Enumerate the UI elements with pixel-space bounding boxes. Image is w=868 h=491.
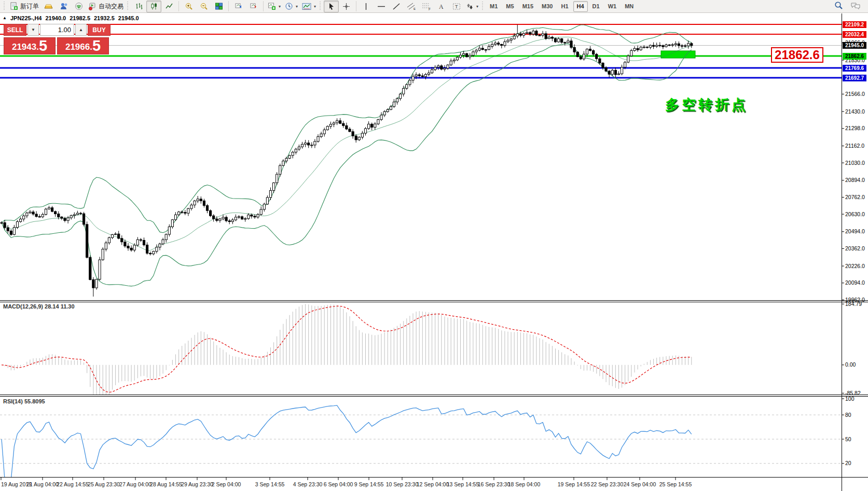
trendline-tool-button[interactable] [389, 1, 404, 12]
arrows-tool-button[interactable]: ▾ [464, 1, 480, 12]
gold-button[interactable] [41, 1, 56, 12]
timeframe-M15[interactable]: M15 [519, 1, 537, 12]
toolbar-grip[interactable] [4, 2, 6, 11]
cascade-windows-icon [250, 2, 258, 10]
mt4-window: { "toolbar": { "new_order_label": "新订单",… [0, 0, 868, 491]
channel-tool-button[interactable]: E [404, 1, 419, 12]
signal-button[interactable] [71, 1, 86, 12]
timeframe-W1[interactable]: W1 [604, 1, 621, 12]
crosshair-icon [342, 3, 350, 10]
volume-increase-button[interactable]: ▲ [75, 24, 87, 36]
text-label-icon: T [452, 3, 461, 10]
sell-button[interactable]: SELL [4, 24, 26, 36]
sell-price-dec: 5 [39, 39, 47, 53]
line-chart-icon [165, 2, 173, 10]
svg-text:A: A [439, 3, 444, 10]
buy-price-int: 21966 [65, 41, 90, 53]
volume-decrease-button[interactable]: ▼ [27, 24, 39, 36]
timeframe-H1[interactable]: H1 [557, 1, 572, 12]
sell-price-box[interactable]: 21943 . 5 [4, 37, 56, 54]
svg-text:F: F [429, 7, 431, 11]
sell-price-int: 21943 [12, 41, 36, 53]
indicators-caret: ▾ [279, 4, 281, 9]
svg-text:T: T [455, 4, 458, 9]
crosshair-tool-button[interactable] [339, 1, 354, 12]
candlestick-chart-button[interactable] [146, 1, 161, 12]
cursor-icon [327, 3, 335, 10]
text-icon: A [437, 3, 445, 10]
community-icon [60, 2, 68, 10]
cascade-windows-button[interactable] [246, 1, 261, 12]
autotrading-label: 自动交易 [99, 2, 123, 11]
line-chart-button[interactable] [161, 1, 176, 12]
templates-icon [302, 3, 311, 10]
signal-icon [75, 2, 83, 10]
timeframe-D1[interactable]: D1 [589, 1, 603, 12]
periods-button[interactable]: ▾ [283, 1, 300, 12]
horizontal-line-icon [377, 3, 385, 10]
toolbar-grip[interactable] [320, 2, 322, 11]
templates-button[interactable]: ▾ [300, 1, 318, 12]
community-button[interactable] [56, 1, 71, 12]
zoom-in-icon [185, 2, 193, 10]
tile-windows-button[interactable] [211, 1, 226, 12]
arrows-caret: ▾ [476, 4, 478, 9]
equidistant-channel-icon: E [407, 2, 416, 10]
zoom-out-button[interactable] [196, 1, 211, 12]
search-icon[interactable] [834, 1, 843, 10]
templates-caret: ▾ [314, 4, 316, 9]
zoom-out-icon [200, 2, 208, 10]
indicators-icon [268, 2, 276, 10]
gold-icon [44, 3, 53, 10]
toolbar-grip[interactable] [127, 2, 130, 11]
volume-input[interactable] [40, 24, 74, 36]
chart-canvas[interactable] [0, 0, 868, 491]
trendline-icon [392, 3, 401, 10]
highlight-zone-rect [661, 51, 695, 58]
bar-chart-icon [135, 2, 143, 10]
main-toolbar: 新订单 自动交易 ▾ ▾ [0, 0, 868, 13]
fibonacci-tool-button[interactable]: F [419, 1, 434, 12]
buy-price-dec: 5 [92, 39, 101, 53]
timeframe-M1[interactable]: M1 [486, 1, 501, 12]
cursor-tool-button[interactable] [324, 1, 339, 12]
vertical-line-icon [363, 3, 369, 10]
arrange-windows-icon [235, 2, 243, 10]
text-tool-button[interactable]: A [434, 1, 449, 12]
timeframe-group: M1M5M15M30H1H4D1W1MN [486, 1, 637, 12]
horizontal-line-tool-button[interactable] [374, 1, 389, 12]
periods-clock-icon [285, 2, 293, 10]
chat-icon[interactable] [850, 2, 861, 10]
fibonacci-icon: F [422, 2, 431, 10]
timeframe-MN[interactable]: MN [621, 1, 637, 12]
buy-button[interactable]: BUY [88, 24, 111, 36]
new-order-button[interactable]: 新订单 [8, 1, 41, 12]
candlestick-chart-icon [150, 2, 158, 10]
indicators-button[interactable]: ▾ [266, 1, 283, 12]
toolbar-grip[interactable] [482, 2, 485, 11]
timeframe-M30[interactable]: M30 [538, 1, 556, 12]
arrows-icon [466, 3, 474, 10]
autotrading-icon [88, 2, 97, 10]
new-order-label: 新订单 [20, 2, 39, 11]
new-order-icon [10, 2, 18, 10]
macd-histogram [2, 304, 692, 407]
arrange-windows-button[interactable] [231, 1, 246, 12]
text-label-tool-button[interactable]: T [449, 1, 464, 12]
bar-chart-button[interactable] [131, 1, 146, 12]
periods-caret: ▾ [296, 4, 298, 9]
autotrading-button[interactable]: 自动交易 [86, 1, 126, 12]
price-level-lines [0, 24, 842, 78]
zoom-in-button[interactable] [181, 1, 196, 12]
one-click-trade-panel: SELL ▼ ▲ BUY 21943 . 5 21966 . 5 [4, 24, 111, 54]
rsi-line [2, 405, 692, 480]
timeframe-H4[interactable]: H4 [573, 1, 588, 12]
buy-price-box[interactable]: 21966 . 5 [57, 37, 109, 54]
timeframe-M5[interactable]: M5 [502, 1, 517, 12]
svg-text:E: E [414, 7, 416, 10]
tile-windows-icon [215, 2, 223, 10]
vertical-line-tool-button[interactable] [359, 1, 374, 12]
